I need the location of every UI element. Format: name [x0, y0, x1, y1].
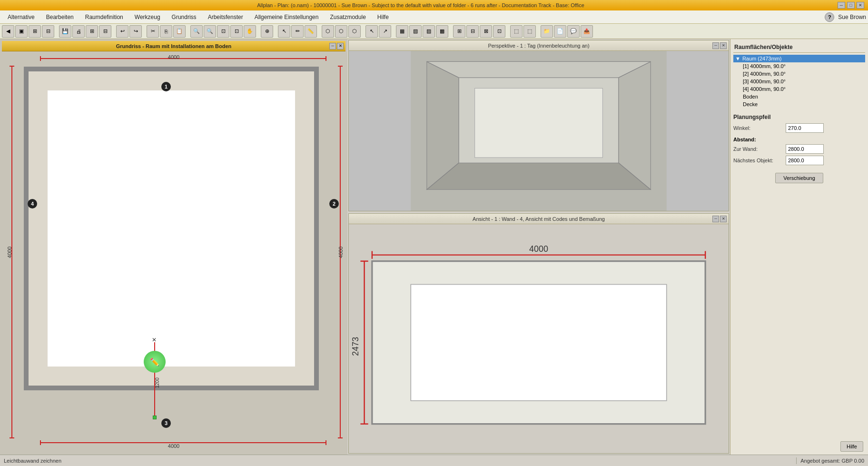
pan-button[interactable]: ✋ — [244, 25, 256, 38]
tree-item-raum[interactable]: ▼ Raum (2473mm) — [733, 55, 865, 62]
dim-right-text: 4000 — [338, 246, 344, 258]
plan-button-2[interactable]: ▧ — [409, 25, 422, 38]
window-normal-button[interactable]: ▣ — [15, 25, 28, 38]
file-button-1[interactable]: 📁 — [541, 25, 553, 38]
status-separator — [796, 457, 797, 464]
wall-close[interactable]: ✕ — [720, 216, 727, 222]
perspective-svg — [349, 51, 729, 211]
persp-minimize[interactable]: ─ — [712, 42, 719, 49]
save-button[interactable]: 💾 — [59, 25, 71, 38]
room-inner-area[interactable] — [48, 90, 295, 367]
tree-item-wall-4[interactable]: [4] 4000mm, 90.0° — [733, 85, 865, 93]
transform-button-1[interactable]: ⊞ — [453, 25, 465, 38]
minimize-button[interactable]: ─ — [838, 2, 845, 9]
help-icon-button[interactable]: ? — [825, 12, 834, 22]
menu-grundriss[interactable]: Grundriss — [166, 12, 202, 22]
wall-view-title-bar: Ansicht - 1 : Wand - 4, Ansicht mit Code… — [349, 214, 729, 224]
floorplan-controls[interactable]: ─ ✕ — [329, 43, 344, 50]
perspective-controls[interactable]: ─ ✕ — [712, 42, 727, 49]
planning-section-title: Planungspfeil — [733, 114, 865, 120]
wall-number-3: 3 — [161, 418, 171, 428]
fp-close[interactable]: ✕ — [337, 43, 344, 50]
plan-button-1[interactable]: ▦ — [396, 25, 408, 38]
transform-button-2[interactable]: ⊟ — [466, 25, 479, 38]
zoom-out-button[interactable]: 🔍 — [204, 25, 216, 38]
cut-button[interactable]: ✂ — [147, 25, 159, 38]
svg-rect-6 — [475, 88, 603, 158]
svg-rect-21 — [411, 285, 666, 401]
print-button[interactable]: 🖨 — [72, 25, 85, 38]
file-button-2[interactable]: 📄 — [554, 25, 566, 38]
fp-minimize[interactable]: ─ — [329, 43, 336, 50]
menu-raumdefinition[interactable]: Raumdefinition — [79, 12, 129, 22]
menu-hilfe[interactable]: Hilfe — [372, 12, 395, 22]
tree-item-decke[interactable]: Decke — [733, 100, 865, 108]
menu-bearbeiten[interactable]: Bearbeiten — [40, 12, 79, 22]
close-button[interactable]: ✕ — [857, 2, 864, 9]
view-button-1[interactable]: ⊞ — [86, 25, 98, 38]
select2-button[interactable]: ↗ — [379, 25, 391, 38]
back-button[interactable]: ◀ — [2, 25, 14, 38]
menu-werkzeug[interactable]: Werkzeug — [129, 12, 166, 22]
status-left: Leichtbauwand zeichnen — [4, 458, 792, 464]
zoom-in-button[interactable]: 🔍 — [190, 25, 203, 38]
obj-button-2[interactable]: ⬡ — [335, 25, 347, 38]
view-button-2[interactable]: ⊟ — [99, 25, 111, 38]
copy-button[interactable]: ⎘ — [160, 25, 172, 38]
tree-item-boden[interactable]: Boden — [733, 93, 865, 100]
file-button-4[interactable]: 📤 — [581, 25, 593, 38]
verschiebung-button[interactable]: Verschiebung — [775, 173, 823, 183]
cursor-green-circle[interactable]: ✏️ — [144, 351, 166, 373]
window-controls[interactable]: ─ □ ✕ — [838, 2, 864, 9]
perspective-canvas[interactable] — [349, 51, 729, 211]
obj-button-1[interactable]: ⬡ — [322, 25, 334, 38]
extra-button-1[interactable]: ⬚ — [510, 25, 523, 38]
sidebar-help-button[interactable]: Hilfe — [840, 441, 863, 452]
window-layout-button[interactable]: ⊟ — [42, 25, 54, 38]
maximize-button[interactable]: □ — [847, 2, 855, 9]
wall-number-4: 4 — [28, 199, 37, 208]
persp-close[interactable]: ✕ — [720, 42, 727, 49]
room-outer-wall[interactable] — [24, 67, 319, 390]
tree-item-wall-2[interactable]: [2] 4000mm, 90.0° — [733, 70, 865, 78]
transform-button-4[interactable]: ⊡ — [493, 25, 505, 38]
wall-canvas[interactable]: 4000 2473 — [349, 224, 729, 453]
zoom-fit-button[interactable]: ⊡ — [217, 25, 229, 38]
transform-button-3[interactable]: ⊠ — [480, 25, 492, 38]
tree-item-wall-1[interactable]: [1] 4000mm, 90.0° — [733, 62, 865, 70]
paste-button[interactable]: 📋 — [173, 25, 186, 38]
measure-button[interactable]: 📏 — [305, 25, 317, 38]
arrow-button[interactable]: ↖ — [365, 25, 378, 38]
extra-button-2[interactable]: ⬚ — [523, 25, 536, 38]
floorplan-canvas[interactable]: 4000 4000 4000 4000 — [2, 51, 345, 453]
cursor-dim-text: 1200 — [155, 377, 160, 388]
dim-left-text: 4000 — [7, 246, 12, 258]
redo-button[interactable]: ↪ — [129, 25, 142, 38]
menu-zusatzmodule[interactable]: Zusatzmodule — [324, 12, 371, 22]
menu-alternative[interactable]: Alternative — [2, 12, 40, 22]
floorplan-title-bar: Grundriss - Raum mit Installationen am B… — [2, 41, 345, 51]
zoom-window-button[interactable]: ⊡ — [230, 25, 243, 38]
plan-button-4[interactable]: ▩ — [436, 25, 448, 38]
draw-button[interactable]: ✏ — [291, 25, 304, 38]
wall-view-controls[interactable]: ─ ✕ — [712, 216, 727, 222]
dim-right-top-tick — [338, 66, 343, 67]
obj-button-3[interactable]: ⬡ — [348, 25, 361, 38]
naechstes-obj-input[interactable] — [786, 156, 824, 165]
select-button[interactable]: ↖ — [278, 25, 290, 38]
zur-wand-input[interactable] — [786, 144, 824, 154]
perspective-title-text: Perspektive - 1 : Tag (Innenbeleuchtung … — [488, 43, 589, 49]
window-split-button[interactable]: ⊞ — [29, 25, 41, 38]
snap-button[interactable]: ⊕ — [261, 25, 273, 38]
menu-allgemeine-einstellungen[interactable]: Allgemeine Einstellungen — [249, 12, 325, 22]
wall-minimize[interactable]: ─ — [712, 216, 719, 222]
perspective-title-bar: Perspektive - 1 : Tag (Innenbeleuchtung … — [349, 40, 729, 51]
file-button-3[interactable]: 💬 — [567, 25, 580, 38]
sidebar-section-title: Raumflächen/Objekte — [733, 42, 865, 53]
plan-button-3[interactable]: ▨ — [423, 25, 435, 38]
menu-arbeitsfenster[interactable]: Arbeitsfenster — [202, 12, 249, 22]
tree-item-wall-3[interactable]: [3] 4000mm, 90.0° — [733, 78, 865, 85]
winkel-input[interactable] — [786, 123, 824, 133]
undo-button[interactable]: ↩ — [116, 25, 128, 38]
wall-svg: 4000 2473 — [349, 224, 729, 453]
